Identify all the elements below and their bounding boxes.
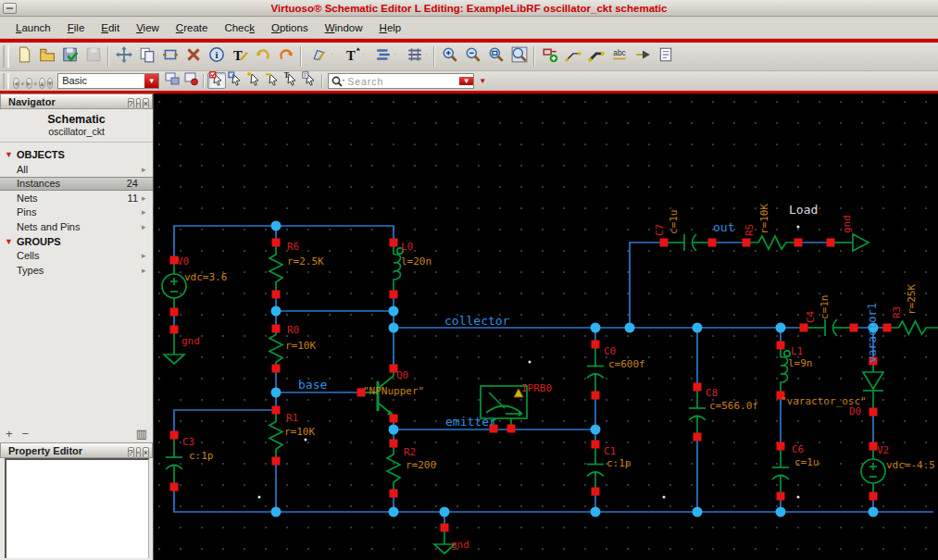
edit-text-button[interactable]: T: [228, 45, 251, 68]
tree-item-cells[interactable]: Cells▸: [0, 249, 153, 264]
component-label[interactable]: vdc=-4.5: [886, 459, 935, 471]
component-label[interactable]: l=20n: [401, 255, 431, 268]
terminal-square[interactable]: [777, 442, 785, 451]
combo-dropdown-icon[interactable]: ▼: [144, 74, 158, 88]
zoom-in-button[interactable]: [438, 45, 461, 68]
terminal-square[interactable]: [883, 324, 892, 332]
workspace-revert-button[interactable]: [181, 72, 200, 89]
component-label[interactable]: r=10K: [284, 426, 315, 438]
component-label[interactable]: V0: [177, 255, 189, 268]
terminal-square[interactable]: [660, 239, 669, 247]
navigator-header[interactable]: Navigator ?▫×: [0, 93, 153, 109]
nav-down-button[interactable]: ▾: [47, 78, 54, 89]
wide-wire-button[interactable]: [584, 45, 607, 68]
single-select-tool-button[interactable]: [244, 72, 263, 89]
route-menu-button[interactable]: [399, 45, 431, 68]
tree-section-groups[interactable]: ▼GROUPS: [0, 234, 153, 249]
component-label[interactable]: C7: [654, 224, 666, 236]
component-label[interactable]: C1: [604, 445, 616, 457]
zoom-out-button[interactable]: [461, 45, 484, 68]
narrow-wire-button[interactable]: [561, 45, 584, 68]
terminal-square[interactable]: [507, 425, 516, 433]
component-label[interactable]: V2: [877, 444, 889, 456]
terminal-square[interactable]: [272, 239, 281, 247]
open-button[interactable]: [35, 45, 58, 68]
terminal-square[interactable]: [441, 524, 449, 532]
component-label[interactable]: R5: [744, 224, 756, 236]
expand-arrow-icon[interactable]: ▸: [142, 222, 153, 231]
navigator-close-button[interactable]: ×: [143, 98, 149, 109]
tree-item-instances[interactable]: Instances24: [0, 177, 153, 192]
terminal-square[interactable]: [170, 308, 179, 317]
net-label[interactable]: out: [713, 220, 734, 234]
select-tool-button[interactable]: [207, 72, 226, 89]
component-label[interactable]: c=566.0f: [709, 400, 758, 412]
net-label[interactable]: base: [298, 378, 327, 392]
menu-view[interactable]: View: [128, 19, 168, 36]
component-label[interactable]: "NPNupper": [363, 385, 424, 397]
tree-section-objects[interactable]: ▼OBJECTS: [0, 147, 153, 162]
component-label[interactable]: gnd: [451, 539, 469, 551]
terminal-square[interactable]: [592, 441, 600, 449]
terminal-square[interactable]: [272, 291, 281, 299]
redo-button[interactable]: [274, 45, 297, 68]
component-label[interactable]: C6: [792, 443, 804, 455]
terminal-square[interactable]: [694, 383, 702, 392]
property-editor-float-button[interactable]: ▫: [136, 447, 141, 458]
terminal-square[interactable]: [827, 239, 835, 247]
toolbar-handle[interactable]: [3, 73, 9, 89]
annotation-label[interactable]: Load: [789, 203, 818, 217]
menu-launch[interactable]: Launch: [7, 19, 59, 36]
component-label[interactable]: R1: [286, 412, 298, 424]
component-label[interactable]: c:1p: [189, 450, 214, 462]
toolbar-handle[interactable]: [3, 45, 9, 68]
workspace-save-button[interactable]: [163, 72, 181, 89]
search-dropdown-icon[interactable]: ▼: [459, 77, 473, 85]
component-label[interactable]: c=1u: [668, 210, 680, 235]
navigator-help-button[interactable]: ?: [128, 98, 134, 109]
terminal-square[interactable]: [850, 324, 858, 332]
terminal-square[interactable]: [592, 488, 600, 496]
terminal-square[interactable]: [777, 492, 785, 501]
component-label[interactable]: l=9n: [788, 357, 813, 369]
component-label[interactable]: gnd: [181, 335, 200, 347]
terminal-square[interactable]: [390, 415, 398, 423]
partial-select-tool-button[interactable]: [226, 72, 244, 89]
nav-history-dropdown-icon[interactable]: ▾: [21, 81, 25, 87]
save-disabled-button[interactable]: [81, 45, 105, 68]
component-label[interactable]: R2: [404, 446, 416, 458]
nav-up-button[interactable]: ▴: [39, 78, 45, 89]
terminal-square[interactable]: [694, 433, 702, 442]
draw-shape-menu-button[interactable]: [305, 45, 336, 68]
component-label[interactable]: c=1u: [794, 456, 819, 468]
nav-forward-button[interactable]: ▸: [26, 78, 32, 89]
terminal-square[interactable]: [592, 341, 600, 349]
component-label[interactable]: c=1n: [819, 295, 831, 320]
component-label[interactable]: R6: [287, 241, 299, 253]
query-properties-button[interactable]: i: [205, 45, 228, 68]
hierarchy-menu-button[interactable]: [368, 45, 399, 68]
zoom-selected-button[interactable]: [507, 45, 531, 68]
property-editor-close-button[interactable]: ×: [143, 447, 149, 458]
terminal-square[interactable]: [390, 291, 398, 299]
zoom-fit-button[interactable]: [484, 45, 507, 68]
remove-filter-icon[interactable]: −: [22, 427, 30, 441]
add-text-menu-button[interactable]: T: [336, 45, 368, 68]
component-label[interactable]: c:1p: [607, 457, 632, 469]
property-select-tool-button[interactable]: [300, 72, 319, 89]
terminal-square[interactable]: [170, 483, 179, 492]
schematic-drawing[interactable]: V0vdc=3.6gndR6r=2.5KL0l=20nR0r=10KbaseR1…: [154, 93, 938, 560]
component-label[interactable]: r=200: [406, 459, 436, 471]
collapse-triangle-icon[interactable]: ▼: [5, 237, 13, 246]
undo-button[interactable]: [251, 45, 274, 68]
terminal-square[interactable]: [272, 325, 281, 333]
terminal-square[interactable]: [170, 326, 179, 334]
deselect-tool-button[interactable]: [263, 72, 281, 89]
expand-arrow-icon[interactable]: ▸: [142, 266, 153, 275]
terminal-square[interactable]: [170, 431, 179, 440]
navigator-float-button[interactable]: ▫: [136, 98, 141, 109]
component-label[interactable]: D0: [849, 405, 861, 417]
component-label[interactable]: r=2.5K: [287, 255, 324, 268]
tree-item-types[interactable]: Types▸: [0, 263, 153, 278]
columns-icon[interactable]: ▥: [136, 427, 147, 441]
